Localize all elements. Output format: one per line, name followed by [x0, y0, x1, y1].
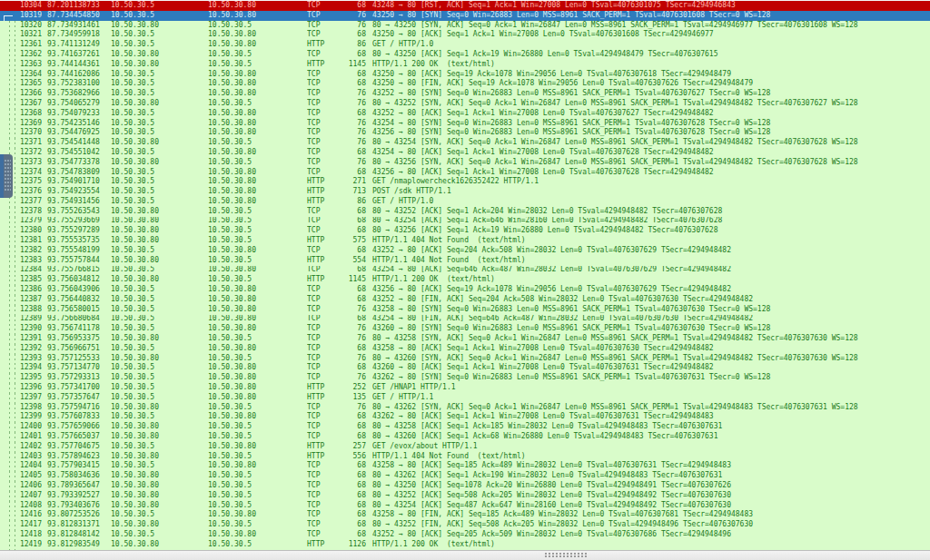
packet-row[interactable]: 12378 93.755263543 10.50.30.80 10.50.30.…: [0, 207, 930, 217]
packet-number: 12367: [16, 99, 42, 109]
packet-number: 12406: [16, 481, 42, 491]
related-packets-gutter: [0, 89, 16, 99]
packet-row[interactable]: 12399 93.757607833 10.50.30.5 10.50.30.8…: [0, 412, 930, 422]
packet-row[interactable]: 12363 93.744144361 10.50.30.80 10.50.30.…: [0, 60, 930, 70]
packet-row[interactable]: 12381 93.755535735 10.50.30.80 10.50.30.…: [0, 236, 930, 246]
packet-row[interactable]: 12404 93.757903415 10.50.30.5 10.50.30.8…: [0, 461, 930, 471]
packet-protocol: TCP: [307, 168, 337, 178]
packet-row[interactable]: 12388 93.756580015 10.50.30.5 10.50.30.8…: [0, 305, 930, 315]
packet-info: 43254 → 80 [FIN, ACK] Seq=646 Ack=487 Wi…: [372, 315, 930, 325]
related-packets-gutter: [0, 236, 16, 246]
packet-info: 43262 → 80 [SYN] Seq=0 Win=26883 Len=0 M…: [372, 373, 930, 383]
packet-destination: 10.50.30.5: [208, 540, 307, 550]
packet-row[interactable]: 12362 93.741637261 10.50.30.80 10.50.30.…: [0, 50, 930, 60]
packet-time: 93.757293313: [47, 373, 109, 383]
packet-row[interactable]: 12416 93.807253526 10.50.30.5 10.50.30.8…: [0, 510, 930, 520]
packet-number: 12370: [16, 128, 42, 138]
packet-row[interactable]: 12383 93.755757844 10.50.30.80 10.50.30.…: [0, 256, 930, 266]
pane-splitter: [0, 550, 930, 560]
packet-row[interactable]: 12393 93.757125533 10.50.30.80 10.50.30.…: [0, 354, 930, 364]
packet-row[interactable]: 12406 93.789365647 10.50.30.80 10.50.30.…: [0, 481, 930, 491]
packet-source: 10.50.30.5: [111, 442, 208, 452]
packet-row[interactable]: 12368 93.754079233 10.50.30.5 10.50.30.8…: [0, 109, 930, 119]
packet-row[interactable]: 12398 93.757594716 10.50.30.80 10.50.30.…: [0, 403, 930, 413]
packet-row[interactable]: 12408 93.793403676 10.50.30.80 10.50.30.…: [0, 501, 930, 511]
packet-length: 76: [337, 99, 366, 109]
packet-row[interactable]: 12407 93.793392527 10.50.30.80 10.50.30.…: [0, 491, 930, 501]
packet-source: 10.50.30.5: [111, 168, 208, 178]
packet-time: 93.755263543: [47, 207, 109, 217]
packet-row[interactable]: 12365 93.752383100 10.50.30.5 10.50.30.8…: [0, 79, 930, 89]
packet-row[interactable]: 12382 93.755548199 10.50.30.5 10.50.30.8…: [0, 246, 930, 256]
packet-protocol: TCP: [307, 217, 337, 227]
packet-row[interactable]: 12403 93.757894623 10.50.30.80 10.50.30.…: [0, 452, 930, 462]
packet-row[interactable]: 10304 87.201138733 10.50.30.5 10.50.30.8…: [0, 1, 930, 11]
packet-source: 10.50.30.80: [111, 422, 208, 432]
packet-destination: 10.50.30.80: [208, 530, 307, 540]
packet-number: 12404: [16, 461, 42, 471]
packet-number: 12387: [16, 295, 42, 305]
related-packets-gutter: [0, 305, 16, 315]
packet-length: 271: [337, 177, 366, 187]
packet-length: 68: [337, 471, 366, 481]
packet-row[interactable]: 12361 93.741131249 10.50.30.5 10.50.30.8…: [0, 40, 930, 50]
packet-row[interactable]: 12396 93.757341700 10.50.30.5 10.50.30.8…: [0, 383, 930, 393]
packet-number: 12382: [16, 246, 42, 256]
packet-time: 93.756966751: [47, 344, 109, 354]
packet-row[interactable]: 12417 93.812831371 10.50.30.80 10.50.30.…: [0, 520, 930, 530]
packet-row[interactable]: 12371 93.754541448 10.50.30.80 10.50.30.…: [0, 138, 930, 148]
packet-row[interactable]: 12400 93.757659066 10.50.30.80 10.50.30.…: [0, 422, 930, 432]
packet-source: 10.50.30.5: [111, 109, 208, 119]
packet-row[interactable]: 12389 93.756680684 10.50.30.5 10.50.30.8…: [0, 315, 930, 325]
packet-row[interactable]: 12402 93.757704675 10.50.30.5 10.50.30.8…: [0, 442, 930, 452]
packet-row[interactable]: 12397 93.757357647 10.50.30.5 10.50.30.8…: [0, 393, 930, 403]
packet-row[interactable]: 12366 93.753682966 10.50.30.5 10.50.30.8…: [0, 89, 930, 99]
left-scroll-grip[interactable]: [0, 154, 13, 198]
packet-row[interactable]: 12385 93.756034812 10.50.30.80 10.50.30.…: [0, 275, 930, 285]
packet-destination: 10.50.30.80: [208, 79, 307, 89]
packet-info: 80 → 43252 [ACK] Seq=508 Ack=205 Win=280…: [372, 491, 930, 501]
packet-row[interactable]: 12392 93.756966751 10.50.30.5 10.50.30.8…: [0, 344, 930, 354]
packet-number: 12362: [16, 50, 42, 60]
packet-length: 76: [337, 324, 366, 334]
packet-row[interactable]: 12370 93.754476925 10.50.30.5 10.50.30.8…: [0, 128, 930, 138]
packet-row[interactable]: 12405 93.758034636 10.50.30.80 10.50.30.…: [0, 471, 930, 481]
packet-row[interactable]: 10319 87.734454850 10.50.30.5 10.50.30.8…: [0, 11, 930, 21]
packet-row[interactable]: 12374 93.754783809 10.50.30.5 10.50.30.8…: [0, 168, 930, 178]
packet-row[interactable]: 12380 93.755297289 10.50.30.80 10.50.30.…: [0, 226, 930, 236]
packet-destination: 10.50.30.80: [208, 324, 307, 334]
packet-length: 556: [337, 452, 366, 462]
packet-number: 12376: [16, 187, 42, 197]
packet-row[interactable]: 12373 93.754773378 10.50.30.80 10.50.30.…: [0, 158, 930, 168]
packet-time: 93.756034812: [47, 275, 109, 285]
packet-row[interactable]: 12376 93.754923554 10.50.30.5 10.50.30.8…: [0, 187, 930, 197]
packet-row[interactable]: 12418 93.812848142 10.50.30.5 10.50.30.8…: [0, 530, 930, 540]
packet-row[interactable]: 12386 93.756043906 10.50.30.5 10.50.30.8…: [0, 285, 930, 295]
packet-row[interactable]: 12372 93.754551042 10.50.30.5 10.50.30.8…: [0, 148, 930, 158]
packet-info: 43252 → 80 [FIN, ACK] Seq=204 Ack=508 Wi…: [372, 295, 930, 305]
packet-row[interactable]: 12387 93.756440832 10.50.30.5 10.50.30.8…: [0, 295, 930, 305]
packet-row[interactable]: 12364 93.744162086 10.50.30.5 10.50.30.8…: [0, 70, 930, 80]
packet-row[interactable]: 10320 87.734931461 10.50.30.80 10.50.30.…: [0, 21, 930, 31]
packet-row[interactable]: 12390 93.756741178 10.50.30.5 10.50.30.8…: [0, 324, 930, 334]
packet-time: 93.755757844: [47, 256, 109, 266]
packet-length: 68: [337, 50, 366, 60]
packet-row[interactable]: 12384 93.755766815 10.50.30.5 10.50.30.8…: [0, 266, 930, 276]
packet-row[interactable]: 12395 93.757293313 10.50.30.5 10.50.30.8…: [0, 373, 930, 383]
packet-row[interactable]: 12375 93.754901710 10.50.30.5 10.50.30.8…: [0, 177, 930, 187]
packet-row[interactable]: 10321 87.734959918 10.50.30.5 10.50.30.8…: [0, 30, 930, 40]
packet-source: 10.50.30.5: [111, 119, 208, 129]
packet-row[interactable]: 12367 93.754065279 10.50.30.80 10.50.30.…: [0, 99, 930, 109]
packet-row[interactable]: 12391 93.756953375 10.50.30.80 10.50.30.…: [0, 334, 930, 344]
packet-source: 10.50.30.80: [111, 217, 208, 227]
packet-row[interactable]: 12377 93.754931456 10.50.30.5 10.50.30.8…: [0, 197, 930, 207]
packet-row[interactable]: 12379 93.755293669 10.50.30.80 10.50.30.…: [0, 217, 930, 227]
packet-row[interactable]: 12419 93.812983549 10.50.30.80 10.50.30.…: [0, 540, 930, 550]
packet-row[interactable]: 12369 93.754235146 10.50.30.5 10.50.30.8…: [0, 119, 930, 129]
packet-source: 10.50.30.5: [111, 461, 208, 471]
packet-time: 93.812831371: [47, 520, 109, 530]
packet-row[interactable]: 12394 93.757134770 10.50.30.5 10.50.30.8…: [0, 363, 930, 373]
splitter-drag-handle-icon[interactable]: [545, 553, 589, 558]
packet-row[interactable]: 12401 93.757665037 10.50.30.80 10.50.30.…: [0, 432, 930, 442]
packet-number: 12393: [16, 354, 42, 364]
